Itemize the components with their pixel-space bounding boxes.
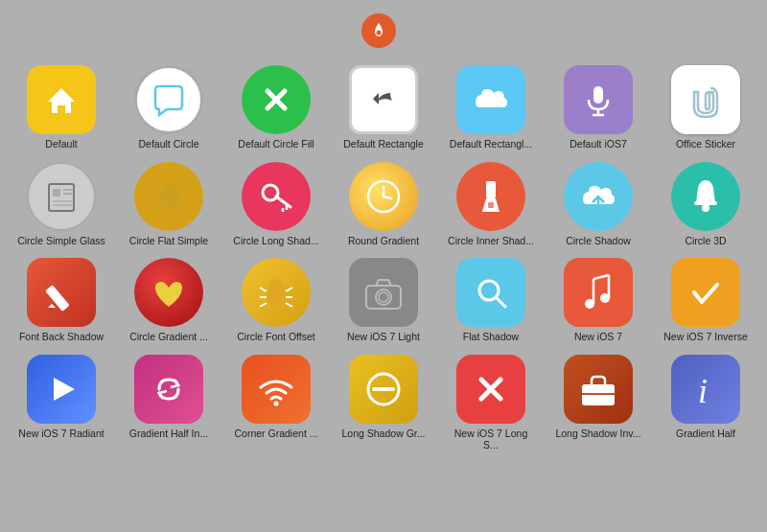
svg-point-46 — [274, 401, 279, 405]
svg-rect-6 — [49, 184, 74, 211]
icon-label-round-gradient: Round Gradient — [348, 235, 419, 247]
icon-cell-new-ios7[interactable]: New iOS 7 — [546, 254, 650, 347]
icon-cell-default-ios7[interactable]: Default iOS7 — [546, 61, 650, 154]
icon-img-new-ios7-radiant — [27, 355, 96, 424]
icon-img-circle-shadow — [564, 162, 633, 231]
icon-cell-circle-flat-simple[interactable]: Circle Flat Simple — [117, 158, 221, 251]
icon-label-circle-long-shadow: Circle Long Shad... — [233, 235, 318, 247]
icon-img-long-shadow-gr — [349, 355, 418, 424]
icon-label-flat-shadow: Flat Shadow — [463, 331, 519, 343]
svg-line-29 — [260, 288, 267, 291]
icon-cell-new-ios7-inverse[interactable]: New iOS 7 Inverse — [654, 254, 757, 347]
svg-point-0 — [377, 31, 382, 35]
icon-img-default-circle — [134, 65, 203, 134]
icon-img-default-rectangle2 — [456, 65, 525, 134]
icon-label-circle-inner-shadow: Circle Inner Shad... — [448, 235, 534, 247]
icon-label-circle-gradient: Circle Gradient ... — [129, 331, 208, 343]
svg-line-32 — [286, 288, 292, 291]
icon-cell-circle-simple-glass[interactable]: Circle Simple Glass — [10, 158, 113, 251]
icon-img-new-ios7-light — [349, 258, 418, 327]
icon-cell-default[interactable]: Default — [10, 61, 113, 154]
svg-rect-3 — [593, 86, 603, 104]
header — [0, 0, 767, 58]
icon-cell-circle-long-shadow[interactable]: Circle Long Shad... — [224, 158, 328, 251]
svg-marker-45 — [54, 378, 75, 401]
icon-img-circle-flat-simple — [134, 162, 203, 231]
icon-img-gradient-half: i — [671, 355, 740, 424]
svg-line-34 — [286, 303, 292, 307]
icon-label-default-circle-fill: Default Circle Fill — [238, 138, 314, 150]
icon-img-new-ios7-long — [456, 355, 525, 424]
icon-label-default-ios7: Default iOS7 — [569, 138, 627, 150]
icon-img-long-shadow-inv — [564, 355, 633, 424]
icon-cell-flat-shadow[interactable]: Flat Shadow — [439, 254, 543, 347]
icon-label-circle-flat-simple: Circle Flat Simple — [129, 235, 208, 247]
icon-label-office-sticker: Office Sticker — [676, 138, 735, 150]
icon-cell-circle-font-offset[interactable]: Circle Font Offset — [224, 254, 328, 347]
icon-label-default-circle: Default Circle — [138, 138, 198, 150]
icon-label-font-back-shadow: Font Back Shadow — [19, 331, 104, 343]
icon-cell-round-gradient[interactable]: Round Gradient — [332, 158, 435, 251]
svg-point-43 — [585, 299, 594, 309]
icon-cell-font-back-shadow[interactable]: Font Back Shadow — [10, 254, 113, 347]
icon-cell-default-rectangle[interactable]: Default Rectangle — [332, 61, 435, 154]
icon-cell-long-shadow-gr[interactable]: Long Shadow Gr... — [332, 351, 435, 455]
svg-line-13 — [276, 197, 291, 207]
icon-img-default-rectangle — [349, 65, 418, 134]
icon-img-circle-simple-glass — [27, 162, 96, 231]
icon-label-gradient-half: Gradient Half — [676, 428, 735, 440]
icon-label-circle-3d: Circle 3D — [685, 235, 726, 247]
icon-cell-default-circle[interactable]: Default Circle — [117, 61, 221, 154]
icon-img-gradient-half-in — [134, 355, 203, 424]
icon-cell-circle-gradient[interactable]: Circle Gradient ... — [117, 254, 221, 347]
icon-grid: DefaultDefault CircleDefault Circle Fill… — [0, 58, 767, 463]
icon-label-default: Default — [45, 138, 77, 150]
icon-label-circle-shadow: Circle Shadow — [566, 235, 631, 247]
icon-img-new-ios7 — [564, 258, 633, 327]
icon-cell-default-rectangle2[interactable]: Default Rectangl... — [439, 61, 543, 154]
icon-img-circle-inner-shadow — [456, 162, 525, 231]
icon-img-font-back-shadow — [27, 258, 96, 327]
svg-point-12 — [263, 185, 278, 200]
svg-text:i: i — [698, 372, 708, 410]
icon-cell-circle-shadow[interactable]: Circle Shadow — [546, 158, 650, 251]
icon-img-default — [27, 65, 96, 134]
icon-label-new-ios7-inverse: New iOS 7 Inverse — [663, 331, 748, 343]
svg-rect-21 — [488, 202, 494, 208]
icon-cell-new-ios7-light[interactable]: New iOS 7 Light — [332, 254, 435, 347]
svg-marker-26 — [48, 304, 56, 308]
svg-line-31 — [260, 303, 267, 307]
icon-cell-default-circle-fill[interactable]: Default Circle Fill — [224, 61, 328, 154]
icon-label-default-rectangle: Default Rectangle — [343, 138, 423, 150]
svg-line-39 — [496, 297, 505, 307]
svg-point-37 — [379, 292, 388, 302]
icon-label-circle-simple-glass: Circle Simple Glass — [17, 235, 105, 247]
header-icon — [361, 13, 396, 48]
icon-label-default-rectangle2: Default Rectangl... — [450, 138, 532, 150]
icon-label-gradient-half-in: Gradient Half In... — [129, 428, 208, 440]
svg-rect-7 — [53, 189, 60, 197]
icon-cell-office-sticker[interactable]: Office Sticker — [654, 61, 757, 154]
icon-cell-new-ios7-radiant[interactable]: New iOS 7 Radiant — [10, 351, 113, 455]
icon-img-office-sticker — [671, 65, 740, 134]
icon-img-default-circle-fill — [242, 65, 311, 134]
icon-img-circle-gradient — [134, 258, 203, 327]
icon-cell-long-shadow-inv[interactable]: Long Shadow Inv... — [546, 351, 650, 455]
icon-img-circle-3d — [671, 162, 740, 231]
icon-label-new-ios7: New iOS 7 — [574, 331, 622, 343]
icon-label-new-ios7-long: New iOS 7 Long S... — [446, 428, 537, 451]
icon-img-round-gradient — [349, 162, 418, 231]
icon-cell-gradient-half[interactable]: iGradient Half — [654, 351, 757, 455]
svg-line-18 — [384, 197, 391, 198]
icon-img-flat-shadow — [456, 258, 525, 327]
icon-cell-circle-inner-shadow[interactable]: Circle Inner Shad... — [439, 158, 543, 251]
icon-cell-gradient-half-in[interactable]: Gradient Half In... — [117, 351, 221, 455]
icon-label-new-ios7-radiant: New iOS 7 Radiant — [18, 428, 104, 440]
icon-img-new-ios7-inverse — [671, 258, 740, 327]
icon-cell-corner-gradient[interactable]: Corner Gradient ... — [224, 351, 328, 455]
icon-cell-circle-3d[interactable]: Circle 3D — [654, 158, 757, 251]
svg-line-40 — [593, 275, 609, 279]
icon-img-corner-gradient — [242, 355, 311, 424]
svg-point-44 — [600, 293, 610, 303]
icon-cell-new-ios7-long[interactable]: New iOS 7 Long S... — [439, 351, 543, 455]
